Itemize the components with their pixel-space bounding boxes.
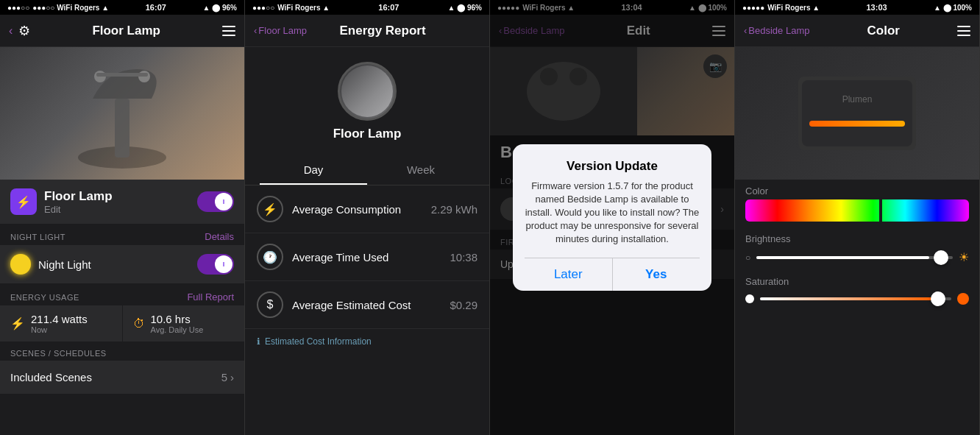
saturation-fill bbox=[760, 297, 932, 300]
watts-cell: ⚡ 211.4 watts Now bbox=[0, 305, 122, 342]
night-light-toggle-knob: I bbox=[215, 255, 232, 273]
avg-consumption-row: ⚡ Average Consumption 2.29 kWh bbox=[245, 185, 489, 233]
night-light-row: Night Light I bbox=[0, 245, 244, 284]
clock-display: 16:07 bbox=[146, 3, 166, 12]
details-link[interactable]: Details bbox=[205, 231, 234, 242]
hours-value: 10.6 hrs bbox=[151, 313, 204, 325]
status-signal: ●●●○○ ●●●○○ WiFi Rogers ▲ bbox=[7, 4, 109, 12]
night-light-label: Night Light bbox=[38, 258, 91, 271]
toggle-knob-1: I bbox=[215, 193, 232, 211]
product-box: Plumen bbox=[798, 77, 916, 150]
modal-overlay: Version Update Firmware version 1.5.7 fo… bbox=[490, 0, 734, 435]
brightness-min-icon: ○ bbox=[745, 252, 750, 263]
night-light-toggle[interactable]: I bbox=[197, 254, 234, 275]
wifi-icon: ●●●○○ bbox=[7, 4, 29, 12]
est-cost-label: Estimated Cost Information bbox=[265, 336, 372, 347]
modal-yes-button[interactable]: Yes bbox=[613, 258, 700, 291]
device-info-row: ⚡ Floor Lamp Edit I bbox=[0, 180, 244, 224]
avg-time-row: 🕐 Average Time Used 10:38 bbox=[245, 233, 489, 281]
lamp-image-1 bbox=[49, 54, 196, 172]
panel-bedside-update: ●●●●● WiFi Rogers ▲ 13:04 ▲ ⬤ 100% ‹ Bed… bbox=[490, 0, 735, 435]
device-name-label: Floor Lamp bbox=[44, 189, 113, 204]
consumption-icon: ⚡ bbox=[257, 196, 283, 222]
menu-icon-4[interactable] bbox=[957, 26, 970, 36]
modal-title: Version Update bbox=[525, 159, 700, 174]
energy-grid: ⚡ 211.4 watts Now ⏱ 10.6 hrs Avg. Daily … bbox=[0, 305, 244, 342]
time-label: Average Time Used bbox=[292, 251, 441, 264]
svg-rect-1 bbox=[115, 99, 129, 158]
clock-2: 16:07 bbox=[378, 3, 399, 12]
lightning-icon: ⚡ bbox=[10, 316, 25, 330]
scenes-count: 5 › bbox=[221, 371, 234, 383]
clock-icon-energy: ⏱ bbox=[133, 317, 145, 330]
watts-label: Now bbox=[31, 325, 88, 334]
watts-value: 211.4 watts bbox=[31, 313, 88, 325]
clock-4: 13:03 bbox=[866, 3, 887, 12]
settings-icon[interactable]: ⚙ bbox=[18, 23, 30, 39]
saturation-section: Saturation bbox=[735, 270, 979, 311]
tab-week[interactable]: Week bbox=[367, 156, 475, 185]
tab-day[interactable]: Day bbox=[260, 156, 367, 185]
status-bar-4: ●●●●● WiFi Rogers ▲ 13:03 ▲ ⬤ 100% bbox=[735, 0, 979, 15]
modal-later-button[interactable]: Later bbox=[525, 258, 613, 291]
modal-message: Firmware version 1.5.7 for the product n… bbox=[525, 180, 700, 247]
brightness-section: Brightness ○ ☀ bbox=[735, 227, 979, 270]
saturation-thumb[interactable] bbox=[931, 291, 945, 306]
saturation-track[interactable] bbox=[760, 297, 951, 300]
battery-2: ▲ ⬤ 96% bbox=[448, 4, 482, 12]
device-avatar-section: Floor Lamp bbox=[245, 47, 489, 156]
saturation-min-icon bbox=[745, 294, 754, 303]
night-light-dot bbox=[10, 254, 31, 275]
consumption-label: Average Consumption bbox=[292, 203, 422, 216]
avatar-inner bbox=[341, 66, 393, 117]
nav-bar-1: ‹ ⚙ Floor Lamp bbox=[0, 15, 244, 47]
est-cost-note[interactable]: ℹ Estimated Cost Information bbox=[245, 329, 489, 354]
version-update-modal: Version Update Firmware version 1.5.7 fo… bbox=[513, 144, 711, 291]
battery-info: ▲ ⬤ 96% bbox=[203, 4, 237, 12]
hero-image-1 bbox=[0, 47, 244, 180]
wifi-icon-2: ●●●○○ bbox=[252, 4, 274, 12]
brightness-fill bbox=[756, 256, 929, 259]
cost-value: $0.29 bbox=[450, 299, 477, 311]
edit-link-1[interactable]: Edit bbox=[44, 204, 113, 215]
brightness-slider-row: ○ ☀ bbox=[745, 250, 969, 264]
back-label-4: Bedside Lamp bbox=[748, 25, 809, 36]
hours-label: Avg. Daily Use bbox=[151, 325, 204, 334]
battery-4: ▲ ⬤ 100% bbox=[934, 4, 972, 12]
back-button-1[interactable]: ‹ bbox=[9, 24, 13, 38]
info-icon: ℹ bbox=[257, 336, 260, 347]
night-light-section-label: NIGHT LIGHT bbox=[10, 233, 65, 241]
product-svg: Plumen bbox=[798, 77, 916, 150]
color-spectrum-row bbox=[735, 199, 979, 227]
saturation-max-icon bbox=[957, 293, 969, 305]
brightness-label: Brightness bbox=[745, 233, 969, 244]
scenes-section-label: SCENES / SCHEDULES bbox=[10, 349, 107, 358]
nav-bar-2: ‹ Floor Lamp Energy Report bbox=[245, 15, 489, 47]
color-gradient-bar[interactable] bbox=[745, 199, 969, 222]
tab-bar: Day Week bbox=[245, 156, 489, 185]
back-button-2[interactable]: ‹ Floor Lamp bbox=[254, 25, 307, 36]
cost-icon: $ bbox=[257, 291, 283, 318]
carrier-2: WiFi Rogers ▲ bbox=[277, 4, 330, 12]
back-button-4[interactable]: ‹ Bedside Lamp bbox=[744, 25, 809, 36]
full-report-link[interactable]: Full Report bbox=[187, 291, 234, 303]
menu-icon-1[interactable] bbox=[222, 26, 235, 36]
brightness-track[interactable] bbox=[756, 256, 953, 259]
modal-buttons: Later Yes bbox=[525, 258, 700, 291]
brightness-max-icon: ☀ bbox=[959, 250, 969, 264]
scenes-row[interactable]: Included Scenes 5 › bbox=[0, 361, 244, 394]
svg-rect-9 bbox=[802, 80, 912, 146]
carrier-name: ●●●○○ WiFi Rogers ▲ bbox=[32, 4, 109, 12]
svg-rect-4 bbox=[96, 73, 148, 77]
wifi-icon-4: ●●●●● bbox=[742, 4, 764, 12]
nav-title-1: Floor Lamp bbox=[92, 24, 160, 38]
power-toggle-1[interactable]: I bbox=[197, 191, 234, 212]
status-bar-1: ●●●○○ ●●●○○ WiFi Rogers ▲ 16:07 ▲ ⬤ 96% bbox=[0, 0, 244, 15]
brightness-thumb[interactable] bbox=[934, 250, 948, 265]
nav-title-2: Energy Report bbox=[339, 24, 425, 38]
hours-cell: ⏱ 10.6 hrs Avg. Daily Use bbox=[123, 305, 245, 342]
energy-report-list: ⚡ Average Consumption 2.29 kWh 🕐 Average… bbox=[245, 185, 489, 435]
scenes-label: Included Scenes bbox=[10, 371, 92, 383]
carrier-4: WiFi Rogers ▲ bbox=[767, 4, 820, 12]
status-bar-2: ●●●○○ WiFi Rogers ▲ 16:07 ▲ ⬤ 96% bbox=[245, 0, 489, 15]
